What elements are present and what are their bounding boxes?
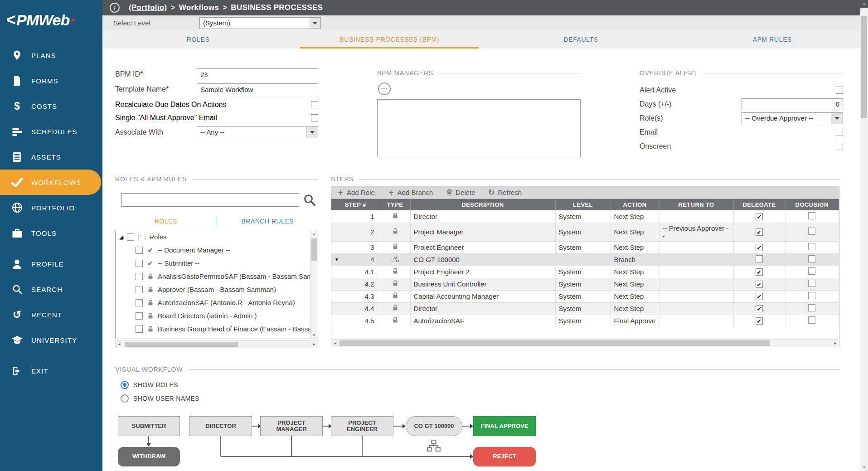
column-header-delegate[interactable]: DELEGATE (733, 199, 785, 210)
roles-search-input[interactable] (121, 193, 299, 207)
refresh-button[interactable]: ↻Refresh (488, 189, 522, 196)
select-level-dropdown[interactable]: (System) (199, 17, 321, 29)
column-header-type[interactable]: TYPE (380, 199, 410, 210)
sidebar-item-tools[interactable]: TOOLS (0, 220, 102, 246)
single-email-checkbox[interactable] (311, 114, 318, 121)
delegate-checkbox[interactable] (756, 268, 763, 276)
tab-business-processes-bpm-[interactable]: BUSINESS PROCESSES (BPM) (294, 30, 485, 49)
docusign-checkbox[interactable] (808, 316, 815, 324)
tree-item-checkbox[interactable] (136, 299, 143, 306)
add-role-button[interactable]: +Add Role (337, 189, 375, 197)
tree-item-checkbox[interactable] (136, 286, 143, 293)
column-header-step-[interactable]: STEP # (331, 199, 380, 210)
step-row-3[interactable]: 3Project EngineerSystemNext Step (331, 241, 839, 253)
docusign-checkbox[interactable] (808, 212, 815, 219)
info-icon[interactable]: i (110, 3, 120, 13)
scroll-left-arrow[interactable]: ◄ (116, 341, 123, 348)
step-row-4.2[interactable]: 4.2Business Unit ControllerSystemNext St… (331, 278, 839, 290)
step-row-4.1[interactable]: 4.1Project Engineer 2SystemNext Step (331, 266, 839, 278)
sidebar-item-forms[interactable]: FORMS (0, 68, 102, 93)
sidebar-item-search[interactable]: SEARCH (0, 277, 102, 302)
tree-item-checkbox[interactable] (136, 247, 143, 254)
sidebar-item-plans[interactable]: PLANS (0, 43, 102, 68)
show-roles-radio[interactable] (121, 381, 129, 389)
bpm-id-input[interactable] (197, 68, 318, 80)
tree-item[interactable]: Business Group Head of Finance (Eassam -… (116, 322, 310, 335)
template-name-input[interactable] (197, 83, 318, 95)
step-row-4.5[interactable]: 4.5AutorizacionSAFSystemFinal Approve (331, 315, 839, 327)
column-header-level[interactable]: LEVEL (555, 199, 611, 210)
delete-button[interactable]: Delete (446, 189, 475, 196)
scroll-thumb[interactable] (339, 340, 770, 346)
sidebar-item-recent[interactable]: ↺RECENT (0, 302, 102, 327)
delegate-checkbox[interactable] (756, 244, 763, 251)
tree-item[interactable]: AutorizacionSAF (Antonio.R - Antonio Rey… (116, 296, 310, 309)
page-scrollbar[interactable]: ▲ ▼ (860, 0, 868, 471)
column-header-description[interactable]: DESCRIPTION (410, 199, 555, 210)
tab-roles[interactable]: ROLES (102, 30, 294, 49)
tree-item-checkbox[interactable] (136, 325, 143, 333)
bpm-managers-browse-button[interactable]: ... (378, 83, 391, 95)
scroll-thumb[interactable] (311, 238, 317, 261)
tree-item[interactable]: ✔-- Submitter -- (116, 257, 310, 270)
onscreen-checkbox[interactable] (836, 143, 843, 150)
dropdown-arrow-button[interactable] (309, 18, 320, 29)
sidebar-item-costs[interactable]: $COSTS (0, 93, 102, 119)
scroll-up-arrow[interactable]: ▲ (860, 0, 868, 8)
associate-with-dropdown[interactable]: -- Any -- (197, 126, 318, 138)
sidebar-item-portfolio[interactable]: PORTFOLIO (0, 195, 102, 220)
docusign-checkbox[interactable] (808, 243, 815, 250)
delegate-checkbox[interactable] (756, 213, 763, 220)
tree-item[interactable]: AnalisisGastoPermisoSAF (Bassam - Bassam… (116, 270, 310, 283)
tree-item[interactable]: Approver (Bassam - Bassam Samman) (116, 283, 310, 296)
delegate-checkbox[interactable] (756, 317, 763, 325)
scroll-right-arrow[interactable]: ► (310, 341, 318, 348)
days-input[interactable] (742, 98, 843, 110)
step-row-2[interactable]: 2Project ManagerSystemNext Step-- Previo… (331, 223, 839, 241)
roles-panel-tab-branch-rules[interactable]: BRANCH RULES (217, 218, 319, 225)
docusign-checkbox[interactable] (808, 304, 815, 311)
step-row-4[interactable]: ▼4CO GT 100000Branch (331, 253, 839, 266)
scroll-thumb[interactable] (125, 342, 238, 347)
dropdown-arrow-button[interactable] (831, 113, 843, 124)
row-collapse-icon[interactable]: ▼ (335, 257, 339, 262)
delegate-checkbox[interactable] (756, 255, 763, 262)
tree-collapse-icon[interactable]: ◢ (119, 234, 123, 240)
scroll-down-arrow[interactable]: ▼ (860, 463, 868, 471)
email-checkbox[interactable] (836, 129, 843, 136)
delegate-checkbox[interactable] (756, 293, 763, 300)
tree-item[interactable]: Board Directors (admin - Admin ) (116, 309, 310, 322)
docusign-checkbox[interactable] (808, 255, 815, 262)
tree-item[interactable]: ✔-- Document Manager -- (116, 243, 310, 257)
delegate-checkbox[interactable] (756, 305, 763, 312)
overdue-roles-dropdown[interactable]: -- Overdue Approver -- (742, 112, 843, 124)
column-header-action[interactable]: ACTION (611, 199, 659, 210)
column-header-docusign[interactable]: DOCUSIGN (785, 199, 839, 210)
step-row-1[interactable]: 1DirectorSystemNext Step (331, 210, 839, 223)
scroll-left-arrow[interactable]: ◄ (331, 340, 339, 347)
sidebar-item-assets[interactable]: ASSETS (0, 144, 102, 170)
sidebar-item-schedules[interactable]: SCHEDULES (0, 119, 102, 144)
docusign-checkbox[interactable] (808, 267, 815, 275)
tree-root-roles[interactable]: ◢ Roles (116, 230, 310, 243)
scroll-up-arrow[interactable]: ▲ (310, 230, 318, 238)
scroll-right-arrow[interactable]: ► (832, 340, 839, 347)
sidebar-item-university[interactable]: UNIVERSITY (0, 327, 102, 353)
column-header-return-to[interactable]: RETURN TO (659, 199, 733, 210)
steps-horizontal-scrollbar[interactable]: ◄ ► (331, 339, 839, 347)
roles-panel-tab-roles[interactable]: ROLES (115, 218, 217, 225)
delegate-checkbox[interactable] (756, 281, 763, 288)
show-user-names-radio[interactable] (121, 394, 129, 403)
dropdown-arrow-button[interactable] (306, 127, 318, 138)
tree-item-checkbox[interactable] (136, 260, 143, 267)
bpm-managers-list[interactable] (377, 99, 581, 157)
docusign-checkbox[interactable] (808, 292, 815, 299)
step-row-4.4[interactable]: 4.4DirectorSystemNext Step (331, 302, 839, 315)
search-icon[interactable] (302, 193, 317, 207)
sidebar-item-workflows[interactable]: WORKFLOWS (0, 170, 101, 195)
tab-defaults[interactable]: DEFAULTS (485, 30, 677, 49)
tree-item-checkbox[interactable] (136, 273, 143, 280)
sidebar-item-exit[interactable]: EXIT (0, 358, 102, 384)
scroll-thumb[interactable] (861, 16, 867, 118)
alert-active-checkbox[interactable] (836, 87, 843, 94)
